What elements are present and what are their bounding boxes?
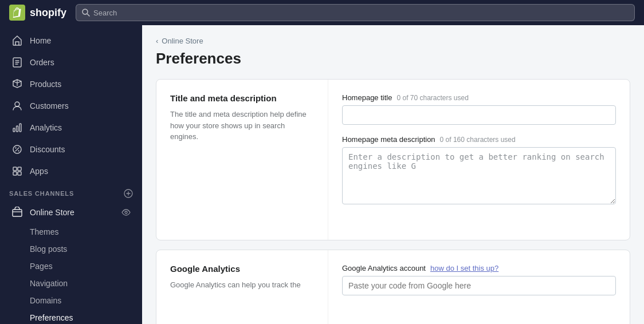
sidebar-sub-pages-label: Pages (30, 262, 53, 271)
topbar-logo: shopify (9, 5, 66, 21)
sidebar-item-analytics[interactable]: Analytics (2, 117, 140, 139)
page-title: Preferences (156, 50, 630, 68)
homepage-title-input[interactable] (342, 105, 616, 125)
logo-text: shopify (30, 7, 66, 19)
online-store-icon (11, 207, 23, 218)
search-icon (82, 9, 90, 17)
sidebar-item-discounts[interactable]: Discounts (2, 139, 140, 160)
sidebar-item-customers[interactable]: Customers (2, 95, 140, 117)
shopify-logo-icon (9, 5, 25, 21)
sidebar-sub-themes[interactable]: Themes (2, 223, 140, 240)
svg-rect-8 (13, 167, 17, 171)
topbar: shopify (0, 0, 644, 25)
home-icon (11, 35, 23, 46)
ga-card-right: Google Analytics account how do I set th… (328, 250, 630, 324)
online-store-left: Online Store (11, 207, 74, 218)
sales-channels-header: SALES CHANNELS (0, 182, 142, 201)
sidebar-sub-navigation-label: Navigation (30, 279, 68, 288)
sidebar-sub-domains-label: Domains (30, 296, 61, 305)
ga-account-input[interactable] (342, 276, 616, 295)
sidebar-item-home[interactable]: Home (2, 30, 140, 52)
title-meta-section: Title and meta description The title and… (156, 79, 630, 240)
sidebar-item-products[interactable]: Products (2, 73, 140, 95)
sidebar-sub-themes-label: Themes (30, 227, 59, 236)
ga-description: Google Analytics can help you track the (170, 279, 314, 291)
homepage-meta-field: Homepage meta description 0 of 160 chara… (342, 135, 616, 207)
sidebar-item-online-store[interactable]: Online Store (2, 201, 140, 223)
search-bar[interactable] (76, 4, 635, 21)
search-input[interactable] (93, 9, 629, 17)
ga-card-inner: Google Analytics Google Analytics can he… (156, 250, 630, 324)
add-channel-button[interactable] (124, 189, 133, 198)
sidebar-sub-blog-posts[interactable]: Blog posts (2, 240, 140, 258)
svg-point-14 (125, 211, 127, 214)
svg-rect-4 (13, 128, 15, 132)
sidebar-sub-navigation[interactable]: Navigation (2, 275, 140, 292)
svg-rect-11 (18, 172, 21, 175)
sidebar-sub-domains[interactable]: Domains (2, 292, 140, 309)
sidebar-item-orders[interactable]: Orders (2, 52, 140, 73)
sidebar-item-discounts-label: Discounts (30, 145, 65, 154)
analytics-icon (11, 122, 23, 133)
breadcrumb-parent: Online Store (162, 37, 203, 45)
sidebar-sub-blog-posts-label: Blog posts (30, 244, 67, 254)
apps-icon (11, 165, 23, 177)
homepage-meta-label-row: Homepage meta description 0 of 160 chara… (342, 135, 616, 144)
sidebar: Home Orders Products Customers (0, 25, 142, 324)
ga-setup-link[interactable]: how do I set this up? (430, 264, 498, 272)
title-meta-description: The title and meta description help defi… (170, 109, 314, 143)
orders-icon (11, 57, 23, 68)
sidebar-item-customers-label: Customers (30, 101, 69, 110)
sidebar-item-analytics-label: Analytics (30, 123, 62, 132)
homepage-meta-textarea[interactable] (342, 147, 616, 204)
svg-rect-0 (9, 5, 25, 21)
svg-point-1 (83, 9, 88, 14)
sidebar-item-apps-label: Apps (30, 167, 48, 176)
breadcrumb-arrow: ‹ (156, 37, 158, 45)
customers-icon (11, 100, 23, 112)
breadcrumb[interactable]: ‹ Online Store (156, 37, 630, 45)
eye-icon (121, 208, 131, 217)
homepage-title-label: Homepage title (342, 93, 392, 102)
products-icon (11, 78, 23, 90)
sales-channels-label: SALES CHANNELS (9, 190, 74, 197)
svg-rect-6 (19, 124, 21, 132)
svg-rect-5 (17, 126, 18, 132)
sidebar-item-products-label: Products (30, 80, 61, 89)
content-area: ‹ Online Store Preferences Title and met… (142, 25, 644, 324)
main-layout: Home Orders Products Customers (0, 25, 644, 324)
sidebar-sub-preferences[interactable]: Preferences (2, 309, 140, 324)
sidebar-item-apps[interactable]: Apps (2, 160, 140, 182)
svg-point-3 (15, 102, 19, 106)
discounts-icon (11, 144, 23, 155)
title-meta-card-right: Homepage title 0 of 70 characters used H… (328, 80, 630, 240)
homepage-title-label-row: Homepage title 0 of 70 characters used (342, 93, 616, 102)
svg-rect-13 (13, 210, 22, 216)
title-meta-card-left: Title and meta description The title and… (156, 80, 328, 240)
online-store-label: Online Store (30, 208, 74, 217)
homepage-meta-hint: 0 of 160 characters used (440, 136, 516, 144)
title-meta-heading: Title and meta description (170, 93, 314, 103)
svg-rect-10 (13, 172, 17, 175)
ga-label-row: Google Analytics account how do I set th… (342, 264, 616, 272)
sidebar-item-home-label: Home (30, 36, 51, 45)
homepage-meta-label: Homepage meta description (342, 135, 435, 144)
svg-rect-9 (18, 167, 21, 171)
homepage-title-field: Homepage title 0 of 70 characters used (342, 93, 616, 125)
sidebar-sub-preferences-label: Preferences (30, 313, 73, 322)
sidebar-item-orders-label: Orders (30, 58, 54, 67)
google-analytics-section: Google Analytics Google Analytics can he… (156, 250, 630, 324)
homepage-title-hint: 0 of 70 characters used (396, 94, 468, 102)
ga-account-label: Google Analytics account (342, 264, 426, 272)
sidebar-sub-pages[interactable]: Pages (2, 258, 140, 275)
ga-heading: Google Analytics (170, 264, 314, 274)
title-meta-card-inner: Title and meta description The title and… (156, 80, 630, 240)
ga-account-field: Google Analytics account how do I set th… (342, 264, 616, 295)
ga-card-left: Google Analytics Google Analytics can he… (156, 250, 328, 324)
